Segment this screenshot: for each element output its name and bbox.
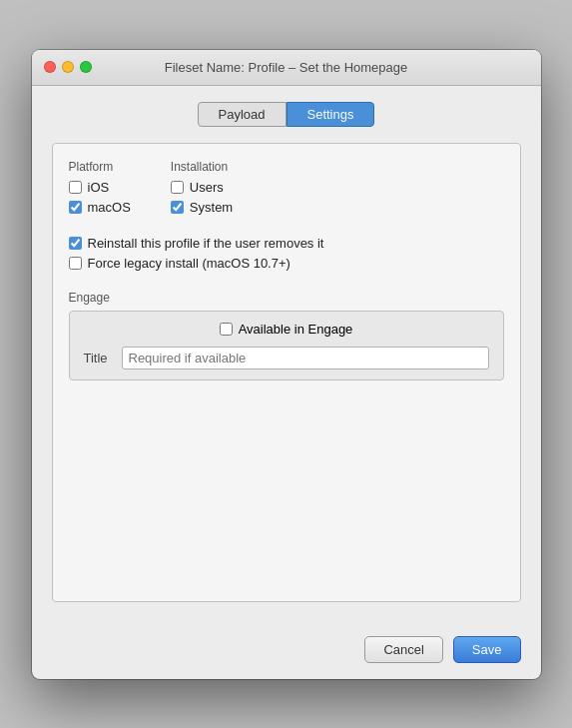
installation-section: Installation Users System: [171, 160, 233, 220]
force-legacy-label: Force legacy install (macOS 10.7+): [88, 256, 290, 271]
reinstall-checkbox-row: Reinstall this profile if the user remov…: [69, 236, 504, 251]
force-legacy-checkbox-row: Force legacy install (macOS 10.7+): [69, 256, 504, 271]
platform-section: Platform iOS macOS: [69, 160, 131, 220]
tab-payload[interactable]: Payload: [198, 102, 286, 127]
ios-checkbox-row: iOS: [69, 180, 131, 195]
system-checkbox-row: System: [171, 200, 233, 215]
close-button[interactable]: [44, 61, 56, 73]
traffic-lights: [44, 61, 92, 73]
title-field-label: Title: [84, 351, 114, 365]
macos-label: macOS: [88, 200, 131, 215]
engage-title-row: Title: [84, 347, 489, 369]
reinstall-section: Reinstall this profile if the user remov…: [69, 236, 504, 271]
users-checkbox[interactable]: [171, 181, 184, 194]
titlebar: Fileset Name: Profile – Set the Homepage: [32, 50, 541, 86]
engage-box: Available in Engage Title: [69, 311, 504, 380]
engage-section: Engage Available in Engage Title: [69, 291, 504, 380]
maximize-button[interactable]: [80, 61, 92, 73]
installation-label: Installation: [171, 160, 233, 174]
reinstall-label: Reinstall this profile if the user remov…: [88, 236, 324, 251]
cancel-button[interactable]: Cancel: [364, 636, 442, 663]
tab-settings[interactable]: Settings: [286, 102, 375, 127]
platform-installation-section: Platform iOS macOS Installation Users: [69, 160, 504, 220]
footer: Cancel Save: [32, 622, 541, 679]
system-label: System: [190, 200, 233, 215]
window-title: Fileset Name: Profile – Set the Homepage: [165, 60, 408, 75]
force-legacy-checkbox[interactable]: [69, 257, 82, 270]
available-in-engage-checkbox[interactable]: [220, 323, 233, 336]
settings-panel: Platform iOS macOS Installation Users: [52, 143, 521, 602]
available-in-engage-label: Available in Engage: [239, 322, 353, 337]
macos-checkbox-row: macOS: [69, 200, 131, 215]
platform-label: Platform: [69, 160, 131, 174]
title-input[interactable]: [122, 347, 489, 369]
content-area: Payload Settings Platform iOS macOS: [32, 86, 541, 622]
engage-section-label: Engage: [69, 291, 504, 305]
main-window: Fileset Name: Profile – Set the Homepage…: [32, 50, 541, 679]
save-button[interactable]: Save: [453, 636, 521, 663]
minimize-button[interactable]: [62, 61, 74, 73]
macos-checkbox[interactable]: [69, 201, 82, 214]
engage-available-row: Available in Engage: [84, 322, 489, 337]
ios-checkbox[interactable]: [69, 181, 82, 194]
users-label: Users: [190, 180, 224, 195]
users-checkbox-row: Users: [171, 180, 233, 195]
ios-label: iOS: [88, 180, 110, 195]
tab-bar: Payload Settings: [52, 102, 521, 127]
reinstall-checkbox[interactable]: [69, 237, 82, 250]
system-checkbox[interactable]: [171, 201, 184, 214]
